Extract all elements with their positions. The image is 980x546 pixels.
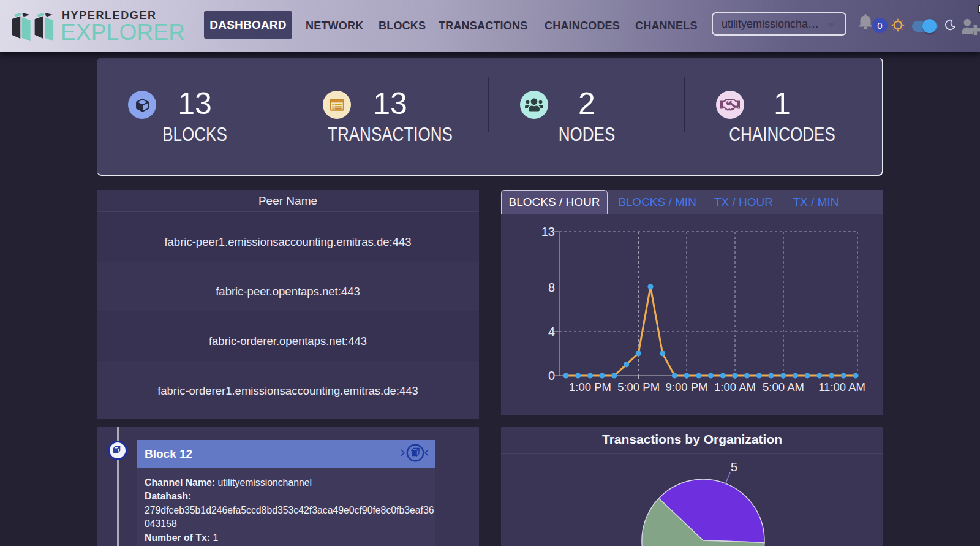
svg-text:5:00 AM: 5:00 AM — [763, 381, 804, 393]
svg-text:1:00 PM: 1:00 PM — [569, 381, 611, 393]
svg-text:0: 0 — [548, 369, 555, 382]
svg-text:4: 4 — [548, 325, 555, 338]
svg-text:1:00 AM: 1:00 AM — [714, 381, 756, 393]
svg-text:5: 5 — [731, 460, 737, 474]
svg-text:11:00 AM: 11:00 AM — [818, 381, 865, 393]
svg-text:9:00 PM: 9:00 PM — [666, 381, 708, 393]
svg-text:5:00 PM: 5:00 PM — [617, 381, 660, 393]
svg-text:13: 13 — [541, 225, 555, 238]
svg-text:8: 8 — [548, 281, 555, 294]
